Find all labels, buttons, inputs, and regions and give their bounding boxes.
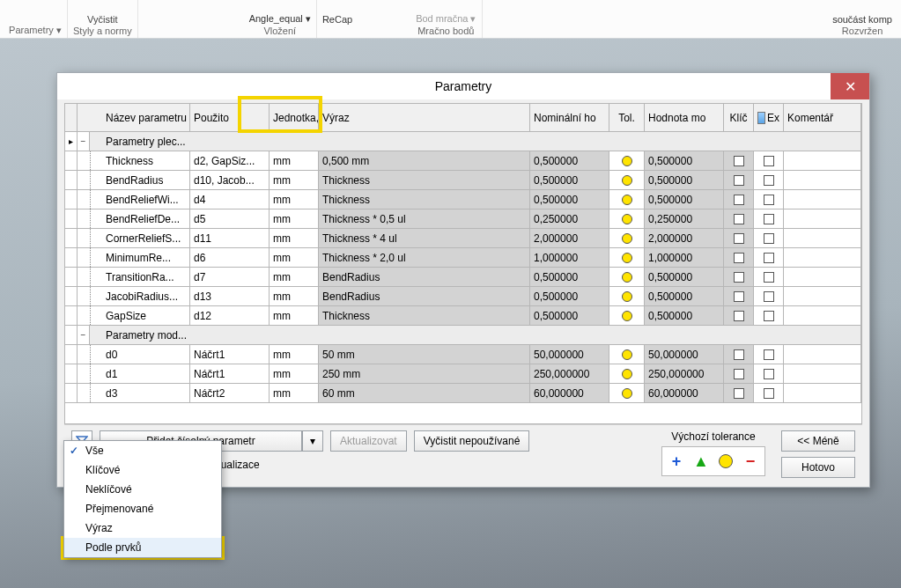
param-export-checkbox[interactable] — [754, 248, 784, 267]
col-expr[interactable]: Výraz — [319, 104, 530, 131]
table-row[interactable]: TransitionRa...d7mmBendRadius0,5000000,5… — [65, 268, 861, 287]
param-key-checkbox[interactable] — [724, 364, 754, 383]
param-unit[interactable]: mm — [270, 306, 319, 325]
filter-popup-menu[interactable]: Vše Klíčové Neklíčové Přejmenované Výraz… — [63, 440, 222, 558]
ribbon-group-parametry[interactable]: Parametry ▾ — [4, 0, 68, 38]
param-key-checkbox[interactable] — [724, 384, 754, 402]
param-name[interactable]: JacobiRadius... — [102, 287, 190, 305]
col-export[interactable]: Ex — [754, 104, 784, 131]
col-tol[interactable]: Tol. — [609, 104, 645, 131]
param-name[interactable]: Thickness — [102, 151, 190, 170]
param-comment[interactable] — [784, 190, 861, 209]
ribbon-item-parametry-big[interactable] — [9, 1, 62, 24]
param-unit[interactable]: mm — [270, 229, 319, 247]
ribbon-btn-vycistit[interactable]: Vyčistit — [87, 14, 117, 25]
param-comment[interactable] — [784, 364, 861, 383]
param-tol[interactable] — [609, 229, 645, 247]
param-unit[interactable]: mm — [270, 248, 319, 267]
table-row[interactable]: JacobiRadius...d13mmBendRadius0,5000000,… — [65, 287, 861, 306]
add-numeric-parameter-dropdown[interactable]: ▾ — [302, 430, 323, 452]
param-export-checkbox[interactable] — [754, 287, 784, 305]
param-expr[interactable]: Thickness * 2,0 ul — [319, 248, 530, 267]
param-name[interactable]: GapSize — [102, 306, 190, 325]
param-key-checkbox[interactable] — [724, 190, 754, 209]
table-row[interactable]: BendRadiusd10, Jacob...mmThickness0,5000… — [65, 171, 861, 190]
param-tol[interactable] — [609, 248, 645, 267]
table-row[interactable]: d1Náčrt1mm250 mm250,000000250,000000 — [65, 364, 861, 384]
table-row[interactable]: Thicknessd2, GapSiz...mm0,500 mm0,500000… — [65, 151, 861, 171]
param-unit[interactable]: mm — [270, 345, 319, 364]
filter-menu-item-renamed[interactable]: Přejmenované — [64, 499, 221, 518]
param-comment[interactable] — [784, 171, 861, 189]
param-key-checkbox[interactable] — [724, 248, 754, 267]
param-unit[interactable]: mm — [270, 209, 319, 228]
param-comment[interactable] — [784, 345, 861, 364]
param-name[interactable]: d0 — [102, 345, 190, 364]
param-expr[interactable]: Thickness — [319, 171, 530, 189]
param-name[interactable]: BendRadius — [102, 171, 190, 189]
col-model[interactable]: Hodnota mo — [645, 104, 724, 131]
param-export-checkbox[interactable] — [754, 209, 784, 228]
col-key[interactable]: Klíč — [724, 104, 754, 131]
param-expr[interactable]: BendRadius — [319, 268, 530, 286]
param-tol[interactable] — [609, 345, 645, 364]
param-name[interactable]: BendReliefDe... — [102, 209, 190, 228]
param-unit[interactable]: mm — [270, 364, 319, 383]
table-row[interactable]: MinimumRe...d6mmThickness * 2,0 ul1,0000… — [65, 248, 861, 268]
less-button[interactable]: << Méně — [781, 430, 855, 452]
param-comment[interactable] — [784, 306, 861, 325]
param-expr[interactable]: 0,500 mm — [319, 151, 530, 170]
filter-menu-item-nonkey[interactable]: Neklíčové — [64, 480, 221, 499]
ribbon-btn-angle-equal[interactable]: Angle_equal ▾ — [249, 13, 311, 25]
col-name[interactable]: Název parametru — [102, 104, 190, 131]
param-export-checkbox[interactable] — [754, 364, 784, 383]
param-unit[interactable]: mm — [270, 268, 319, 286]
param-expr[interactable]: BendRadius — [319, 287, 530, 305]
param-expr[interactable]: Thickness — [319, 190, 530, 209]
ribbon-btn-bod-mracna[interactable]: Bod mračna ▾ — [416, 13, 476, 25]
param-expr[interactable]: Thickness * 4 ul — [319, 229, 530, 247]
param-unit[interactable]: mm — [270, 151, 319, 170]
param-expr[interactable]: Thickness — [319, 306, 530, 325]
grid-section-row[interactable]: ▸ − Parametry plec... — [65, 132, 861, 151]
done-button[interactable]: Hotovo — [781, 457, 855, 478]
ribbon-caption-parametry[interactable]: Parametry ▾ — [9, 25, 62, 36]
param-export-checkbox[interactable] — [754, 306, 784, 325]
param-comment[interactable] — [784, 287, 861, 305]
filter-menu-item-key[interactable]: Klíčové — [64, 460, 221, 480]
param-name[interactable]: BendReliefWi... — [102, 190, 190, 209]
param-tol[interactable] — [609, 384, 645, 402]
param-key-checkbox[interactable] — [724, 229, 754, 247]
param-export-checkbox[interactable] — [754, 345, 784, 364]
param-name[interactable]: TransitionRa... — [102, 268, 190, 286]
param-tol[interactable] — [609, 364, 645, 383]
param-export-checkbox[interactable] — [754, 229, 784, 247]
param-export-checkbox[interactable] — [754, 151, 784, 170]
param-comment[interactable] — [784, 268, 861, 286]
table-row[interactable]: GapSized12mmThickness0,5000000,500000 — [65, 306, 861, 326]
param-name[interactable]: d1 — [102, 364, 190, 383]
param-expr[interactable]: 60 mm — [319, 384, 530, 402]
filter-menu-item-byfeature[interactable]: Podle prvků — [64, 538, 221, 557]
param-export-checkbox[interactable] — [754, 190, 784, 209]
col-comment[interactable]: Komentář — [784, 104, 861, 131]
param-unit[interactable]: mm — [270, 384, 319, 402]
param-tol[interactable] — [609, 151, 645, 170]
param-key-checkbox[interactable] — [724, 306, 754, 325]
param-key-checkbox[interactable] — [724, 209, 754, 228]
ribbon-btn-soucast[interactable]: součást komp — [832, 14, 892, 25]
table-row[interactable]: BendReliefWi...d4mmThickness0,5000000,50… — [65, 190, 861, 209]
param-tol[interactable] — [609, 287, 645, 305]
param-export-checkbox[interactable] — [754, 384, 784, 402]
param-key-checkbox[interactable] — [724, 151, 754, 170]
param-name[interactable]: d3 — [102, 384, 190, 402]
param-tol[interactable] — [609, 190, 645, 209]
table-row[interactable]: BendReliefDe...d5mmThickness * 0,5 ul0,2… — [65, 209, 861, 229]
ribbon-btn-recap[interactable]: ReCap — [322, 14, 352, 25]
param-tol[interactable] — [609, 171, 645, 189]
tolerance-circle-icon[interactable] — [715, 451, 736, 472]
param-unit[interactable]: mm — [270, 190, 319, 209]
clean-unused-button[interactable]: Vyčistit nepoužívané — [414, 430, 530, 452]
close-button[interactable]: ✕ — [831, 73, 869, 99]
param-unit[interactable]: mm — [270, 287, 319, 305]
